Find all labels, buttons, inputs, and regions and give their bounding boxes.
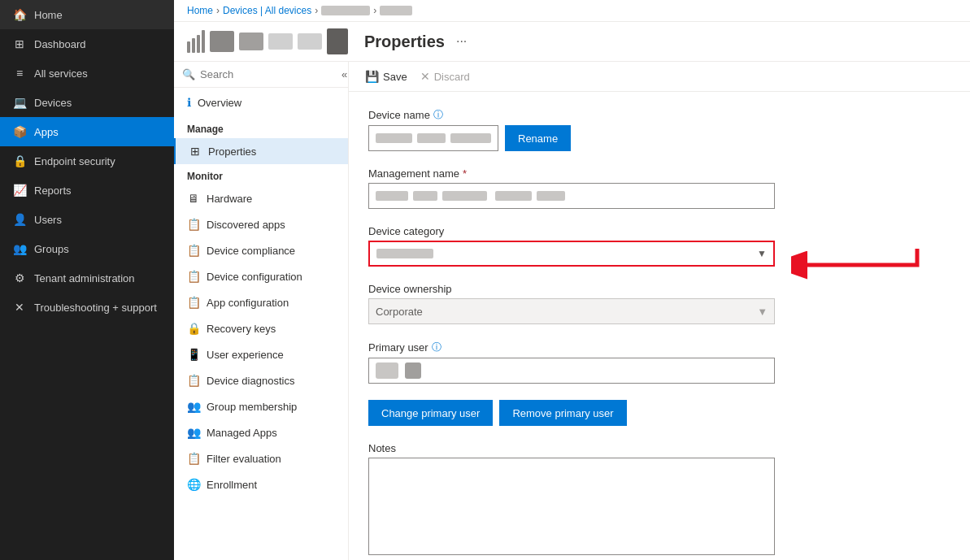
device-diagnostics-label: Device diagnostics bbox=[207, 375, 294, 387]
change-primary-user-button[interactable]: Change primary user bbox=[368, 400, 493, 426]
dashboard-icon: ⊞ bbox=[13, 37, 26, 50]
device-icon-3 bbox=[268, 33, 293, 50]
device-name-label: Device name ⓘ bbox=[368, 108, 950, 122]
primary-user-blur-1 bbox=[376, 362, 398, 379]
group-membership-icon: 👥 bbox=[187, 400, 200, 413]
primary-user-label-text: Primary user bbox=[368, 341, 428, 354]
nav-label-apps: Apps bbox=[34, 126, 59, 138]
sidebar-overview[interactable]: ℹ Overview bbox=[174, 88, 348, 117]
nav-item-home[interactable]: 🏠 Home bbox=[0, 0, 174, 29]
device-ownership-value: Corporate bbox=[376, 306, 423, 318]
management-name-group: Management name * bbox=[368, 167, 950, 209]
action-buttons-row: Change primary user Remove primary user bbox=[368, 400, 950, 426]
properties-icon: ⊞ bbox=[189, 145, 202, 158]
device-name-input[interactable] bbox=[368, 125, 498, 151]
overview-icon: ℹ bbox=[187, 96, 191, 109]
device-ownership-select[interactable]: Corporate ▼ bbox=[368, 298, 775, 324]
sidebar-item-group-membership[interactable]: 👥 Group membership bbox=[174, 393, 348, 419]
enrollment-label: Enrollment bbox=[207, 479, 257, 491]
nav-item-dashboard[interactable]: ⊞ Dashboard bbox=[0, 29, 174, 59]
breadcrumb-home[interactable]: Home bbox=[187, 5, 213, 16]
device-ownership-label-text: Device ownership bbox=[368, 283, 452, 295]
primary-user-info-icon[interactable]: ⓘ bbox=[432, 341, 442, 354]
managed-apps-label: Managed Apps bbox=[207, 427, 277, 439]
user-experience-icon: 📱 bbox=[187, 348, 200, 361]
sidebar-item-properties[interactable]: ⊞ Properties bbox=[174, 138, 348, 164]
breadcrumb-sep-1: › bbox=[216, 5, 220, 16]
users-icon: 👤 bbox=[13, 213, 26, 226]
device-name-input-row: Rename bbox=[368, 125, 950, 151]
nav-item-reports[interactable]: 📈 Reports bbox=[0, 176, 174, 205]
nav-label-users: Users bbox=[34, 214, 62, 226]
sidebar-item-device-configuration[interactable]: 📋 Device configuration bbox=[174, 263, 348, 289]
nav-item-devices[interactable]: 💻 Devices bbox=[0, 88, 174, 117]
primary-user-input[interactable] bbox=[368, 358, 775, 384]
management-name-input[interactable] bbox=[368, 183, 775, 209]
form-area: 💾 Save ✕ Discard Device name ⓘ bbox=[349, 62, 970, 560]
nav-label-tenant-administration: Tenant administration bbox=[34, 272, 135, 284]
remove-primary-user-button[interactable]: Remove primary user bbox=[499, 400, 626, 426]
mgmt-blur-4 bbox=[495, 191, 532, 201]
save-button[interactable]: 💾 Save bbox=[365, 70, 407, 83]
device-name-blur-2 bbox=[417, 133, 446, 143]
breadcrumb-devices[interactable]: Devices | All devices bbox=[223, 5, 311, 16]
discovered-apps-label: Discovered apps bbox=[207, 219, 285, 231]
secondary-sidebar: 🔍 « ℹ Overview Manage ⊞ Properties Monit… bbox=[174, 62, 349, 560]
overview-label: Overview bbox=[198, 97, 241, 109]
user-experience-label: User experience bbox=[207, 349, 284, 361]
primary-user-label: Primary user ⓘ bbox=[368, 341, 950, 354]
save-icon: 💾 bbox=[365, 70, 379, 83]
manage-section-header: Manage bbox=[174, 117, 348, 138]
nav-label-groups: Groups bbox=[34, 243, 69, 255]
recovery-keys-icon: 🔒 bbox=[187, 322, 200, 335]
endpoint-security-icon: 🔒 bbox=[13, 154, 26, 167]
nav-item-users[interactable]: 👤 Users bbox=[0, 205, 174, 234]
app-config-label: App configuration bbox=[207, 297, 289, 309]
management-name-label: Management name * bbox=[368, 167, 950, 180]
enrollment-icon: 🌐 bbox=[187, 478, 200, 491]
sidebar-item-enrollment[interactable]: 🌐 Enrollment bbox=[174, 471, 348, 497]
sidebar-item-managed-apps[interactable]: 👥 Managed Apps bbox=[174, 419, 348, 445]
mgmt-blur-2 bbox=[413, 191, 437, 201]
device-category-wrapper: ▼ bbox=[368, 241, 775, 267]
nav-item-tenant-administration[interactable]: ⚙ Tenant administration bbox=[0, 263, 174, 293]
nav-item-endpoint-security[interactable]: 🔒 Endpoint security bbox=[0, 146, 174, 176]
notes-label: Notes bbox=[368, 442, 950, 454]
breadcrumb-bar: Home › Devices | All devices › › bbox=[174, 0, 970, 22]
save-label: Save bbox=[383, 71, 407, 83]
mgmt-blur-3 bbox=[442, 191, 487, 201]
sidebar-item-discovered-apps[interactable]: 📋 Discovered apps bbox=[174, 211, 348, 237]
sidebar-item-device-diagnostics[interactable]: 📋 Device diagnostics bbox=[174, 367, 348, 393]
device-config-icon: 📋 bbox=[187, 270, 200, 283]
sidebar-item-app-configuration[interactable]: 📋 App configuration bbox=[174, 289, 348, 315]
sidebar-item-filter-evaluation[interactable]: 📋 Filter evaluation bbox=[174, 445, 348, 471]
discard-label: Discard bbox=[434, 71, 470, 83]
more-options-icon[interactable]: ··· bbox=[456, 34, 467, 49]
notes-textarea[interactable] bbox=[368, 458, 775, 555]
breadcrumb-device-name bbox=[321, 6, 370, 15]
nav-item-all-services[interactable]: ≡ All services bbox=[0, 59, 174, 88]
collapse-icon[interactable]: « bbox=[341, 68, 347, 80]
tenant-icon: ⚙ bbox=[13, 271, 26, 284]
nav-label-devices: Devices bbox=[34, 97, 72, 109]
home-icon: 🏠 bbox=[13, 8, 26, 21]
nav-label-endpoint-security: Endpoint security bbox=[34, 155, 115, 167]
sidebar-item-hardware[interactable]: 🖥 Hardware bbox=[174, 185, 348, 211]
content-area: 🔍 « ℹ Overview Manage ⊞ Properties Monit… bbox=[174, 62, 970, 560]
discard-button[interactable]: ✕ Discard bbox=[420, 70, 470, 83]
device-icon-4 bbox=[298, 33, 322, 50]
device-category-label-text: Device category bbox=[368, 225, 444, 237]
sidebar-item-device-compliance[interactable]: 📋 Device compliance bbox=[174, 237, 348, 263]
nav-item-troubleshooting[interactable]: ✕ Troubleshooting + support bbox=[0, 293, 174, 322]
device-category-blur bbox=[376, 249, 433, 258]
search-input[interactable] bbox=[200, 68, 337, 80]
sidebar-item-user-experience[interactable]: 📱 User experience bbox=[174, 341, 348, 367]
device-name-info-icon[interactable]: ⓘ bbox=[433, 108, 443, 122]
device-ownership-label: Device ownership bbox=[368, 283, 950, 295]
sidebar-item-recovery-keys[interactable]: 🔒 Recovery keys bbox=[174, 315, 348, 341]
rename-button[interactable]: Rename bbox=[505, 125, 571, 151]
nav-item-groups[interactable]: 👥 Groups bbox=[0, 234, 174, 263]
device-category-select[interactable]: ▼ bbox=[368, 241, 775, 267]
nav-item-apps[interactable]: 📦 Apps bbox=[0, 117, 174, 146]
app-config-icon: 📋 bbox=[187, 296, 200, 309]
